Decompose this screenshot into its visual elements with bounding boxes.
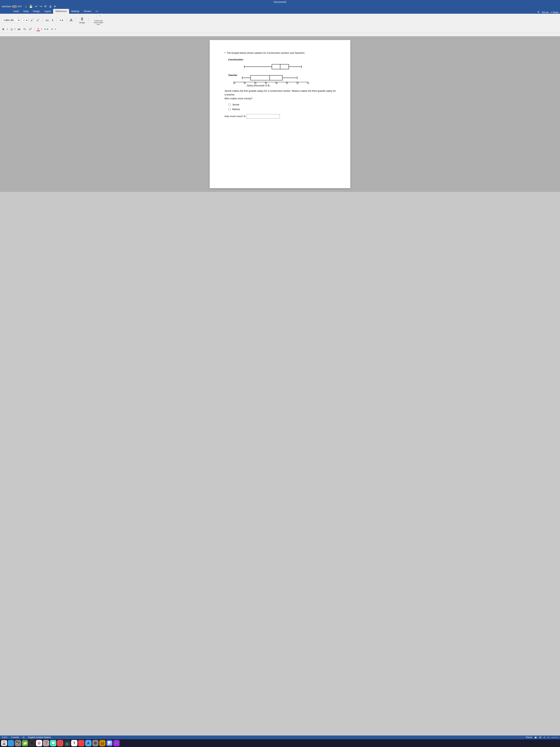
question-text: Jennie makes the first quartile salary f… <box>224 89 338 101</box>
boxplot-svg-container: Teacher <box>228 62 338 85</box>
view-read-icon[interactable]: ▣ <box>535 736 537 739</box>
dock-messages[interactable]: 💬 <box>50 740 56 746</box>
dock-music[interactable]: 🎵 <box>57 740 63 746</box>
dock-text-editor[interactable]: T <box>71 740 77 746</box>
autosave-state: OFF <box>18 5 22 7</box>
bold-button[interactable]: B <box>1 27 5 31</box>
font-size-selector[interactable]: 12 <box>22 18 28 22</box>
divider3 <box>66 18 66 23</box>
radio-jennie[interactable] <box>228 103 231 106</box>
dock-accessibility[interactable]: A <box>85 740 91 746</box>
save-icon[interactable]: 💾 <box>28 4 33 8</box>
paragraph-marks-button[interactable]: ¶ <box>51 19 54 22</box>
focus-label[interactable]: Focus <box>526 736 532 739</box>
option-markos[interactable]: Markos <box>228 107 338 111</box>
dictate-button[interactable]: 🎙 Dictate <box>78 16 86 24</box>
title-bar: Document3 <box>0 0 560 4</box>
shrink-font-button[interactable]: A^ <box>36 18 40 22</box>
dropdown-arrow-fc[interactable]: ▾ <box>41 28 42 30</box>
dock-launchpad[interactable]: 🎮 <box>113 740 119 746</box>
subscript-button[interactable]: X2 <box>22 27 27 31</box>
highlight-button[interactable]: ✏ ▾ <box>43 27 49 31</box>
styles-icon: A <box>70 18 73 23</box>
axis-label-20: 20 <box>233 82 235 84</box>
status-bar: 1 of 1 0 words ⊡ English (United States)… <box>0 736 560 739</box>
font-family-selector[interactable]: Calibri (Bo... <box>1 18 20 22</box>
view-layout-icon[interactable]: ⊞ <box>539 736 541 739</box>
dock-archive[interactable]: 🗂 <box>99 740 106 746</box>
how-much-label: How much more? $ <box>224 114 245 118</box>
bullet-point: • <box>224 52 225 54</box>
font-color-aa-button[interactable]: Aa <box>45 19 50 22</box>
font-color-a-button[interactable]: A <box>50 27 54 31</box>
tab-references[interactable]: References <box>53 9 69 14</box>
home-icon[interactable]: ⌂ <box>24 4 27 8</box>
view-web-icon[interactable]: ≡ <box>544 736 545 739</box>
print-icon[interactable]: 🖨 <box>48 4 52 8</box>
dock-stats[interactable]: 📊 <box>106 740 113 746</box>
customize-icon[interactable]: ▾ <box>54 4 56 8</box>
document-area: • The boxplot below shows salaries for C… <box>0 36 560 192</box>
restore-icon[interactable]: ⟳ <box>44 4 47 8</box>
answer-input[interactable] <box>246 114 280 119</box>
document-title: Document3 <box>274 1 286 3</box>
styles-button[interactable]: A <box>69 17 74 23</box>
axis-label-55: 55 <box>307 82 309 84</box>
adobe-icon: 📄 <box>96 15 101 20</box>
menu-bar: AutoSave OFF ⌂ 💾 ↩ ↪ ⟳ 🖨 ▾ <box>0 4 560 9</box>
undo-icon[interactable]: ↩ <box>34 4 38 8</box>
font-color-button[interactable]: A <box>36 27 40 31</box>
dock-finder[interactable]: 🦅 <box>15 740 21 746</box>
construction-box2 <box>280 64 289 69</box>
dock-calendar[interactable]: JAN 26 <box>1 740 7 746</box>
dock-files[interactable]: 📁 <box>22 740 28 746</box>
tab-insert[interactable]: Insert <box>11 9 21 14</box>
tab-review[interactable]: Review <box>82 9 93 14</box>
teacher-box2 <box>270 75 283 80</box>
paragraph-align-button[interactable]: ≡ ▾ <box>59 19 64 22</box>
underline-button[interactable]: U <box>10 27 14 31</box>
adobe-pdf-button[interactable]: 📄 Create and Share Adobe PDF <box>91 15 106 26</box>
menu-bar-left: AutoSave OFF ⌂ 💾 ↩ ↪ ⟳ 🖨 ▾ <box>1 4 559 8</box>
dropdown-arrow-u[interactable]: ▾ <box>15 28 16 30</box>
dock-settings[interactable]: ⚙ <box>92 740 99 746</box>
tab-design[interactable]: Design <box>31 9 42 14</box>
superscript-button[interactable]: X2 <box>28 27 33 31</box>
language-label: English (United States) <box>28 736 51 739</box>
ribbon-row2: B I U ▾ ab X2 X2 A ▾ ✏ ▾ A ▾ <box>1 26 559 32</box>
option-jennie[interactable]: Jennie <box>228 103 338 106</box>
tab-mailings[interactable]: Mailings <box>69 9 82 14</box>
grow-font-button[interactable]: A^ <box>30 18 34 22</box>
ribbon: Calibri (Bo... 12 A^ A^ Aa ¶ ≡ ▾ A 🎙 Dic… <box>0 14 560 33</box>
tab-draw[interactable]: Draw <box>21 9 31 14</box>
dock-help[interactable]: ❓ <box>43 740 49 746</box>
question-intro: • The boxplot below shows salaries for C… <box>224 51 338 55</box>
tell-me-label[interactable]: Tell me <box>542 11 549 14</box>
tab-layout[interactable]: Layout <box>42 9 53 14</box>
autosave-toggle[interactable] <box>12 5 17 8</box>
ribbon-tab-right: 🔍 Tell me ↗ Share <box>537 11 560 14</box>
dock-grid[interactable]: ⠿ <box>29 740 35 746</box>
strikethrough-button[interactable]: ab <box>17 27 21 31</box>
axis-label-25: 25 <box>244 82 246 84</box>
dock-restrict[interactable]: 🚫 <box>78 740 84 746</box>
dock-media[interactable]: 📺 <box>64 740 70 746</box>
divider6 <box>34 26 35 32</box>
redo-icon[interactable]: ↪ <box>39 4 43 8</box>
track-changes-icon[interactable]: ⊡ <box>23 736 24 739</box>
axis-label-45: 45 <box>286 82 288 84</box>
radio-markos[interactable] <box>228 108 231 111</box>
italic-button[interactable]: I <box>6 27 9 31</box>
dock-browser[interactable]: 🌐 <box>8 740 14 746</box>
boxplot-chart: Teacher <box>228 62 313 84</box>
share-button[interactable]: ↗ Share <box>550 11 559 14</box>
dropdown-arrow-a[interactable]: ▾ <box>55 28 56 30</box>
option-markos-label: Markos <box>232 107 240 111</box>
view-outline-icon[interactable]: ≡ <box>548 736 549 739</box>
option-jennie-label: Jennie <box>232 103 239 106</box>
tab-more[interactable]: >> <box>93 9 100 14</box>
zoom-slider[interactable]: ——— <box>552 736 558 739</box>
dock-photos[interactable]: 🌸 <box>36 740 42 746</box>
dock: JAN 26 🌐 🦅 📁 ⠿ 🌸 ❓ 💬 🎵 📺 T 🚫 A ⚙ 🗂 📊 🎮 <box>0 739 560 747</box>
status-bar-right: Focus ▣ ⊞ ≡ ≡ ——— <box>526 736 558 739</box>
